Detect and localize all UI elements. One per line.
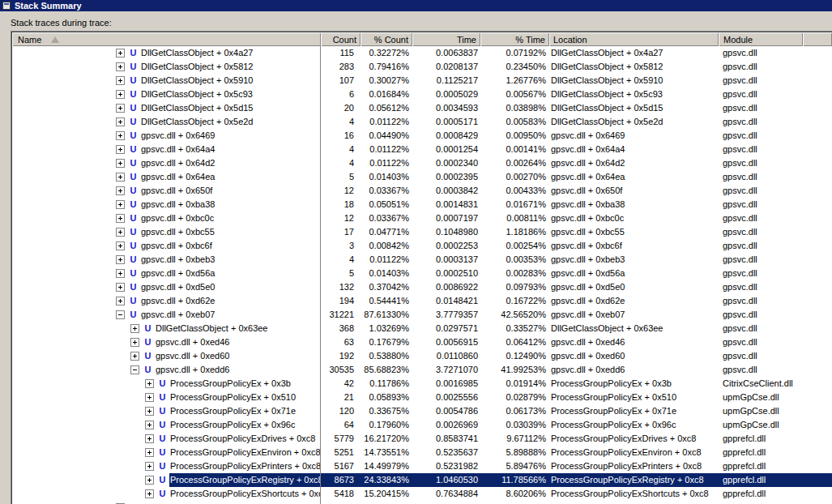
tree-row[interactable]: UDllGetClassObject + 0x63ee3681.03269%0.… <box>12 322 832 335</box>
stack-trace-list: NameCount% CountTime% TimeLocationModule… <box>11 31 832 504</box>
time-cell: 0.0110860 <box>412 349 480 363</box>
column-header-module[interactable]: Module <box>719 32 803 46</box>
expand-icon[interactable] <box>116 76 125 85</box>
extra-cell <box>803 418 832 432</box>
tree-row[interactable]: UDllGetClassObject + 0x5e2d40.01122%0.00… <box>12 115 832 129</box>
column-header-location[interactable]: Location <box>549 32 719 46</box>
column-header-label: Module <box>723 33 753 46</box>
pct-count-cell: 0.01684% <box>361 88 412 101</box>
expand-icon[interactable] <box>130 352 139 361</box>
tree-row[interactable]: UProcessGroupPolicyExShortcuts + 0xc8541… <box>12 487 832 501</box>
expand-icon[interactable] <box>130 338 139 347</box>
tree-row[interactable]: Ugpsvc.dll + 0xed46630.17679%0.00569150.… <box>12 335 832 349</box>
column-header-count[interactable]: Count <box>321 32 361 46</box>
tree-row[interactable]: Ugpsvc.dll + 0xed601920.53880%0.01108600… <box>12 349 832 363</box>
pct-time-cell: 5.89888% <box>480 446 549 459</box>
expand-icon[interactable] <box>145 379 154 388</box>
tree-row[interactable]: UProcessGroupPolicyEx + 0x3b420.11786%0.… <box>12 377 832 391</box>
expand-icon[interactable] <box>116 297 125 305</box>
expand-icon[interactable] <box>116 241 125 250</box>
expand-icon[interactable] <box>116 90 125 99</box>
tree-row[interactable]: Ugpsvc.dll + 0x64ea50.01403%0.00023950.0… <box>12 170 832 184</box>
expand-icon[interactable] <box>145 448 154 457</box>
collapse-icon[interactable] <box>116 310 125 319</box>
tree-row[interactable]: Ugpsvc.dll + 0xbc0c120.03367%0.00071970.… <box>12 211 832 225</box>
expand-icon[interactable] <box>116 62 125 71</box>
tree-row[interactable]: UDllGetClassObject + 0x58122830.79416%0.… <box>12 60 832 74</box>
tree-row[interactable]: Ugpsvc.dll + 0xbc6f30.00842%0.00022530.0… <box>12 239 832 253</box>
expand-icon[interactable] <box>116 49 125 58</box>
count-cell: 5418 <box>321 487 361 501</box>
time-cell: 0.5231982 <box>412 459 480 473</box>
expand-icon[interactable] <box>116 159 125 168</box>
tree-row[interactable]: Ugpsvc.dll + 0xbc55170.04771%0.10489801.… <box>12 225 832 239</box>
tree-row[interactable]: UDllGetClassObject + 0x59101070.30027%0.… <box>12 74 832 88</box>
tree-row[interactable]: Ugpsvc.dll + 0xd5e01320.37042%0.00869220… <box>12 280 832 294</box>
tree-row[interactable]: UProcessGroupPolicyExRegistry + 0xc88673… <box>12 473 832 487</box>
time-cell: 0.0025556 <box>412 391 480 404</box>
tree-row[interactable]: Ugpsvc.dll + 0xd56a50.01403%0.00025100.0… <box>12 267 832 280</box>
pct-time-cell: 0.03898% <box>480 101 549 115</box>
tree-row[interactable]: UDllGetClassObject + 0x5d15200.05612%0.0… <box>12 101 832 115</box>
expand-icon[interactable] <box>116 200 125 209</box>
tree-row[interactable]: UProcessGroupPolicyExEnviron + 0xc852511… <box>12 446 832 459</box>
count-cell: 64 <box>321 418 361 432</box>
tree-row[interactable]: Ugpsvc.dll + 0xeb073122187.61330%3.77793… <box>12 308 832 322</box>
expand-icon[interactable] <box>116 173 125 182</box>
pct-time-cell: 1.18186% <box>480 225 549 239</box>
tree-row[interactable]: Ugpsvc.dll + 0x6469160.04490%0.00084290.… <box>12 129 832 143</box>
row-name: gpsvc.dll + 0x64d2 <box>140 156 320 170</box>
expand-icon[interactable] <box>116 283 125 292</box>
expand-icon[interactable] <box>130 324 139 333</box>
unresolved-symbol-icon: U <box>158 418 167 432</box>
tree-row[interactable]: Ugpsvc.dll + 0x650f120.03367%0.00038420.… <box>12 184 832 198</box>
pct-count-cell: 0.54441% <box>361 294 412 308</box>
expand-icon[interactable] <box>116 269 125 278</box>
time-cell: 0.0001254 <box>412 143 480 156</box>
expand-icon[interactable] <box>145 476 154 485</box>
tree-row[interactable]: UProcessGroupPolicyExPrinters + 0xc85167… <box>12 459 832 473</box>
tree-row[interactable]: UProcessGroupPolicyEx + 0x71e1200.33675%… <box>12 404 832 418</box>
tree-row[interactable]: Ugpsvc.dll + 0xba38180.05051%0.00148310.… <box>12 198 832 211</box>
tree-row[interactable]: Ugpsvc.dll + 0xd62e1940.54441%0.01484210… <box>12 294 832 308</box>
expand-icon[interactable] <box>116 255 125 264</box>
expand-icon[interactable] <box>145 489 154 498</box>
tree-row[interactable]: Ugpsvc.dll + 0xee94490.13751%0.00259370.… <box>12 501 832 504</box>
tree-row[interactable]: UProcessGroupPolicyExDrives + 0xc8577916… <box>12 432 832 446</box>
row-name: gpsvc.dll + 0x64a4 <box>140 143 320 156</box>
expand-icon[interactable] <box>116 186 125 195</box>
tree-row[interactable]: UProcessGroupPolicyEx + 0x96c640.17960%0… <box>12 418 832 432</box>
expand-icon[interactable] <box>116 228 125 237</box>
row-name: DllGetClassObject + 0x63ee <box>155 322 320 335</box>
extra-cell <box>803 156 832 170</box>
tree-row[interactable]: Ugpsvc.dll + 0xedd63053585.68823%3.72710… <box>12 363 832 377</box>
expand-icon[interactable] <box>145 434 154 443</box>
tree-indent <box>12 480 145 481</box>
expand-icon[interactable] <box>116 131 125 140</box>
column-header-name[interactable]: Name <box>12 32 321 46</box>
column-header-pct_count[interactable]: % Count <box>361 32 412 46</box>
unresolved-symbol-icon: U <box>158 459 167 473</box>
expand-icon[interactable] <box>116 145 125 154</box>
tree-row[interactable]: Ugpsvc.dll + 0x64d240.01122%0.00023400.0… <box>12 156 832 170</box>
unresolved-symbol-icon: U <box>129 225 138 239</box>
tree-row[interactable]: UDllGetClassObject + 0x5c9360.01684%0.00… <box>12 88 832 101</box>
expand-icon[interactable] <box>116 117 125 126</box>
collapse-icon[interactable] <box>130 365 139 374</box>
expand-icon[interactable] <box>116 104 125 113</box>
tree-row[interactable]: UDllGetClassObject + 0x4a271150.32272%0.… <box>12 46 832 60</box>
name-cell: UDllGetClassObject + 0x5c93 <box>12 88 321 101</box>
column-header-extra[interactable] <box>803 32 832 46</box>
expand-icon[interactable] <box>145 462 154 471</box>
count-cell: 4 <box>321 143 361 156</box>
expand-icon[interactable] <box>145 421 154 429</box>
expand-icon[interactable] <box>145 407 154 416</box>
column-header-pct_time[interactable]: % Time <box>480 32 549 46</box>
tree-row[interactable]: Ugpsvc.dll + 0xbeb340.01122%0.00031370.0… <box>12 253 832 267</box>
tree-row[interactable]: Ugpsvc.dll + 0x64a440.01122%0.00012540.0… <box>12 143 832 156</box>
expand-icon[interactable] <box>145 393 154 402</box>
tree-row[interactable]: UProcessGroupPolicyEx + 0x510210.05893%0… <box>12 391 832 404</box>
column-header-time[interactable]: Time <box>412 32 480 46</box>
location-cell: gpsvc.dll + 0xbc6f <box>549 239 719 253</box>
expand-icon[interactable] <box>116 214 125 223</box>
